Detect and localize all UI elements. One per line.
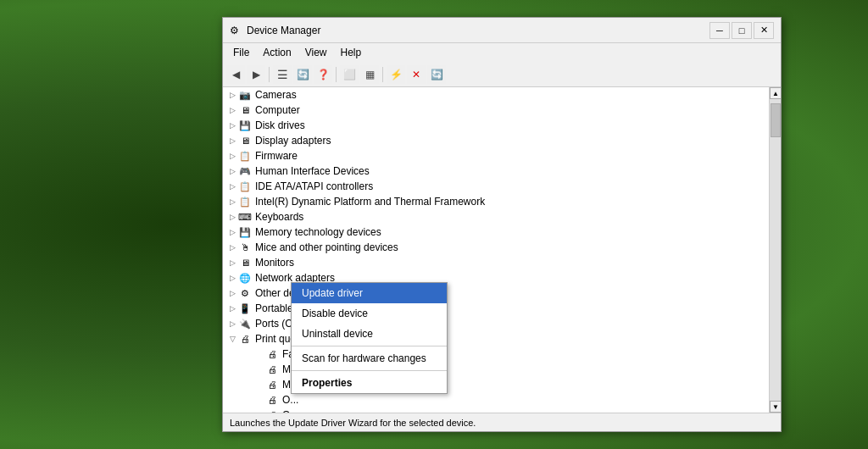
tree-item-monitors[interactable]: ▷ 🖥 Monitors [223,255,769,270]
expand-ports: ▷ [226,318,238,330]
mice-icon: 🖱 [238,241,252,253]
title-bar: ⚙ Device Manager ─ □ ✕ [223,18,781,43]
maximize-button[interactable]: □ [732,22,752,39]
tree-item-human-interface[interactable]: ▷ 🎮 Human Interface Devices [223,164,769,179]
ctx-update-driver[interactable]: Update driver [292,283,447,303]
display-adapters-icon: 🖥 [238,135,252,147]
ports-icon: 🔌 [238,318,252,330]
ctx-properties[interactable]: Properties [292,373,447,393]
ctx-scan-changes[interactable]: Scan for hardware changes [292,348,447,369]
menu-file[interactable]: File [226,45,256,60]
expand-cameras: ▷ [226,89,238,101]
display-adapters-label: Display adapters [255,135,331,147]
expand-intel-dynamic: ▷ [226,196,238,208]
forward-button[interactable]: ▶ [247,65,265,84]
tree-item-pq-o2[interactable]: 🖨 O... [223,407,769,413]
scroll-up-button[interactable]: ▲ [770,87,781,99]
status-text: Launches the Update Driver Wizard for th… [230,418,476,428]
refresh-button[interactable]: 🔄 [427,65,446,84]
firmware-icon: 📋 [238,150,252,162]
menu-help[interactable]: Help [334,45,369,60]
tree-item-cameras[interactable]: ▷ 📷 Cameras [223,87,769,103]
properties-button[interactable]: ☰ [273,65,292,84]
toolbar-separator-3 [382,67,383,82]
keyboards-label: Keyboards [255,211,303,223]
pq-o1-label: O... [282,394,298,406]
expand-other-devices: ▷ [226,287,238,299]
menu-view[interactable]: View [298,45,334,60]
vertical-scrollbar[interactable]: ▲ ▼ [769,87,781,413]
pq-o2-label: O... [282,409,298,413]
pq-m1-icon: 🖨 [265,363,279,375]
expand-portable-devices: ▷ [226,302,238,314]
expand-memory-tech: ▷ [226,226,238,238]
back-button[interactable]: ◀ [226,65,245,84]
other-devices-icon: ⚙ [238,287,252,299]
tree-item-memory-tech[interactable]: ▷ 💾 Memory technology devices [223,224,769,240]
memory-tech-icon: 💾 [238,226,252,238]
memory-tech-label: Memory technology devices [255,226,381,238]
toolbar: ◀ ▶ ☰ 🔄 ❓ ⬜ ▦ ⚡ ✕ 🔄 [223,62,781,87]
tree-item-display-adapters[interactable]: ▷ 🖥 Display adapters [223,133,769,148]
portable-devices-icon: 📱 [238,302,252,314]
tree-item-computer[interactable]: ▷ 🖥 Computer [223,103,769,118]
tree-item-mice[interactable]: ▷ 🖱 Mice and other pointing devices [223,240,769,255]
toolbar-separator-2 [336,67,337,82]
context-menu: Update driver Disable device Uninstall d… [291,282,448,394]
monitors-label: Monitors [255,257,294,269]
monitors-icon: 🖥 [238,257,252,269]
update-button[interactable]: 🔄 [293,65,312,84]
device-manager-window: ⚙ Device Manager ─ □ ✕ File Action View … [222,17,782,432]
ide-ata-label: IDE ATA/ATAPI controllers [255,180,373,192]
expand-keyboards: ▷ [226,211,238,223]
tree-item-firmware[interactable]: ▷ 📋 Firmware [223,148,769,164]
scroll-down-button[interactable]: ▼ [770,401,781,413]
ctx-uninstall-device[interactable]: Uninstall device [292,324,447,344]
status-bar: Launches the Update Driver Wizard for th… [223,413,781,431]
expand-display-adapters: ▷ [226,135,238,147]
firmware-label: Firmware [255,150,298,162]
scroll-thumb[interactable] [771,103,781,137]
remove-button[interactable]: ✕ [407,65,426,84]
fax-icon: 🖨 [265,348,279,360]
intel-dynamic-label: Intel(R) Dynamic Platform and Thermal Fr… [255,196,485,208]
tree-item-intel-dynamic[interactable]: ▷ 📋 Intel(R) Dynamic Platform and Therma… [223,194,769,209]
help-button[interactable]: ❓ [314,65,332,84]
ide-ata-icon: 📋 [238,180,252,192]
pq-o2-icon: 🖨 [265,409,279,413]
title-buttons: ─ □ ✕ [709,22,774,39]
device-tree[interactable]: ▷ 📷 Cameras ▷ 🖥 Computer ▷ 💾 Disk drives… [223,87,769,413]
pq-m2-icon: 🖨 [265,379,279,391]
expand-network-adapters: ▷ [226,272,238,284]
ctx-separator [292,346,447,346]
add-button[interactable]: ⚡ [387,65,405,84]
menu-action[interactable]: Action [256,45,298,60]
window-title: Device Manager [247,25,320,36]
intel-dynamic-icon: 📋 [238,196,252,208]
expand-disk-drives: ▷ [226,119,238,131]
content-area: ▷ 📷 Cameras ▷ 🖥 Computer ▷ 💾 Disk drives… [223,87,781,413]
close-button[interactable]: ✕ [754,22,774,39]
expand-print-queues: ▽ [226,333,238,345]
expand-monitors: ▷ [226,257,238,269]
tree-item-pq-o1[interactable]: 🖨 O... [223,392,769,407]
tree-item-keyboards[interactable]: ▷ ⌨ Keyboards [223,209,769,224]
grid-button[interactable]: ▦ [360,65,379,84]
menu-bar: File Action View Help [223,43,781,62]
computer-label: Computer [255,104,300,116]
toolbar-separator-1 [269,67,270,82]
expand-firmware: ▷ [226,150,238,162]
scroll-track[interactable] [770,99,781,401]
scan-button[interactable]: ⬜ [340,65,359,84]
expand-computer: ▷ [226,104,238,116]
disk-drives-icon: 💾 [238,119,252,131]
expand-human-interface: ▷ [226,165,238,177]
ctx-disable-device[interactable]: Disable device [292,303,447,324]
disk-drives-label: Disk drives [255,119,305,131]
human-interface-icon: 🎮 [238,165,252,177]
network-adapters-icon: 🌐 [238,272,252,284]
minimize-button[interactable]: ─ [709,22,730,39]
tree-item-disk-drives[interactable]: ▷ 💾 Disk drives [223,118,769,133]
tree-item-ide-ata[interactable]: ▷ 📋 IDE ATA/ATAPI controllers [223,179,769,194]
mice-label: Mice and other pointing devices [255,241,398,253]
